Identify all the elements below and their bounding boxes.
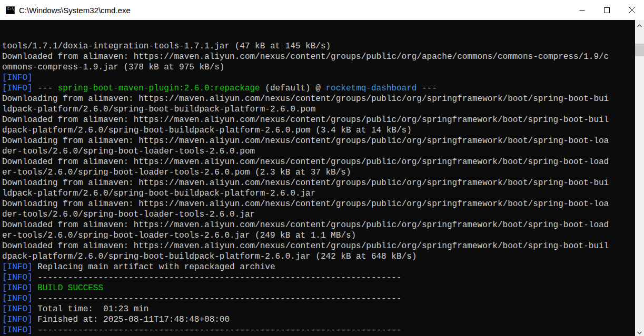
minimize-icon (579, 7, 585, 13)
scroll-down-button[interactable] (635, 327, 644, 336)
window-title: C:\Windows\System32\cmd.exe (19, 6, 570, 15)
console-line: [INFO] ---------------------------------… (2, 325, 635, 335)
console-line: Downloaded from alimaven: https://maven.… (2, 157, 635, 167)
console-line: [INFO] Total time: 01:23 min (2, 304, 635, 314)
console-line: Downloading from alimaven: https://maven… (2, 94, 635, 104)
chevron-down-icon (637, 327, 642, 336)
console-line: er-tools/2.6.0/spring-boot-loader-tools-… (2, 167, 635, 178)
title-bar[interactable]: C:\_ C:\Windows\System32\cmd.exe (0, 0, 644, 20)
minimize-button[interactable] (570, 0, 595, 20)
close-icon (629, 7, 635, 13)
console-line: Downloaded from alimaven: https://maven.… (2, 241, 635, 251)
maximize-button[interactable] (595, 0, 619, 20)
console-line: ldpack-platform/2.6.0/spring-boot-buildp… (2, 104, 635, 115)
console-line: [INFO] BUILD SUCCESS (2, 283, 635, 293)
console-line: [INFO] ---------------------------------… (2, 293, 635, 304)
console-line: dpack-platform/2.6.0/spring-boot-buildpa… (2, 251, 635, 262)
console-line: er-tools/2.6.0/spring-boot-loader-tools-… (2, 230, 635, 241)
console-line: Downloaded from alimaven: https://maven.… (2, 52, 635, 62)
console-line: [INFO] Finished at: 2025-08-11T17:48:48+… (2, 314, 635, 325)
cmd-icon: C:\_ (6, 6, 15, 14)
console-line: [INFO] (2, 73, 635, 83)
console-line: Downloading from alimaven: https://maven… (2, 178, 635, 188)
console-line: dpack-platform/2.6.0/spring-boot-buildpa… (2, 125, 635, 136)
scrollbar-thumb[interactable] (635, 44, 644, 56)
cmd-window: C:\_ C:\Windows\System32\cmd.exe tools/1… (0, 0, 644, 336)
console-viewport[interactable]: tools/1.7.1/doxia-integration-tools-1.7.… (0, 20, 635, 336)
maximize-icon (604, 7, 610, 13)
console-line: [INFO] Replacing main artifact with repa… (2, 262, 635, 272)
window-controls (570, 0, 644, 20)
console-line: tools/1.7.1/doxia-integration-tools-1.7.… (2, 41, 635, 52)
scrollbar-track[interactable] (635, 20, 644, 336)
console-line: Downloaded from alimaven: https://maven.… (2, 220, 635, 230)
console-line: ommons-compress-1.9.jar (378 kB at 975 k… (2, 62, 635, 73)
console-output: tools/1.7.1/doxia-integration-tools-1.7.… (2, 41, 635, 336)
console-line: Downloaded from alimaven: https://maven.… (2, 115, 635, 125)
console-line: ldpack-platform/2.6.0/spring-boot-buildp… (2, 188, 635, 199)
scroll-up-button[interactable] (635, 20, 644, 29)
chevron-up-icon (637, 20, 642, 29)
console-line: der-tools/2.6.0/spring-boot-loader-tools… (2, 146, 635, 157)
console-line: der-tools/2.6.0/spring-boot-loader-tools… (2, 209, 635, 220)
close-button[interactable] (619, 0, 644, 20)
console-line: Downloading from alimaven: https://maven… (2, 136, 635, 146)
console-line: [INFO] ---------------------------------… (2, 272, 635, 283)
console-line: Downloading from alimaven: https://maven… (2, 199, 635, 209)
console-line: [INFO] --- spring-boot-maven-plugin:2.6.… (2, 83, 635, 94)
